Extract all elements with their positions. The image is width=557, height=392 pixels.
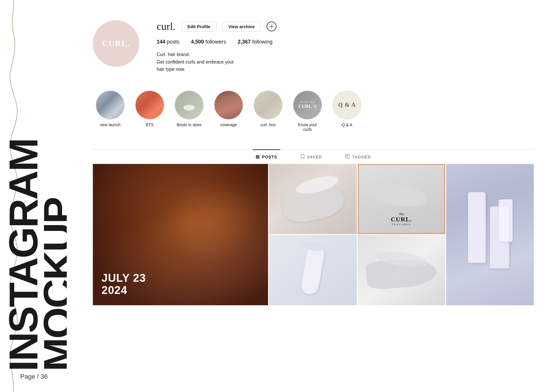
gear-svg: [269, 24, 274, 29]
highlight-bts[interactable]: BTS: [135, 91, 164, 132]
highlight-img-7: Q & A: [333, 91, 361, 119]
highlight-new-launch[interactable]: new launch: [96, 91, 125, 132]
profile-avatar: CURL.: [93, 20, 139, 67]
tab-posts[interactable]: ⊞ POSTS: [253, 149, 280, 164]
followers-label: followers: [205, 39, 226, 45]
following-count: 2,367: [238, 39, 251, 45]
tab-tagged-label: TAGGED: [352, 155, 371, 159]
highlight-label-3: Boots in store: [177, 122, 202, 127]
tab-saved-label: SAVED: [307, 155, 322, 159]
post-5[interactable]: [358, 235, 445, 305]
highlight-label-7: Q & A: [342, 122, 352, 127]
tab-saved[interactable]: SAVED: [298, 149, 325, 164]
stats-row: 144 posts 4,500 followers 2,367 followin…: [157, 39, 534, 45]
following-stat: 2,367 following: [238, 39, 272, 45]
tab-posts-label: POSTS: [262, 155, 277, 159]
post-4[interactable]: [269, 235, 357, 305]
highlight-img-5: [254, 91, 282, 119]
profile-header: curl. Edit Profile View archive: [157, 20, 534, 32]
profile-info: curl. Edit Profile View archive 144 post…: [157, 17, 534, 73]
svg-point-0: [271, 26, 272, 27]
highlight-label-2: BTS: [146, 122, 153, 127]
page-vertical-title: INSTAGRAM MOCKUP: [6, 6, 67, 371]
qa-text: Q & A: [338, 102, 356, 108]
posts-stat: 144 posts: [157, 39, 179, 45]
highlight-img-4: [214, 91, 243, 119]
main-content: CURL. curl. Edit Profile View archive 14…: [70, 0, 557, 392]
highlight-circle-2: [135, 91, 164, 120]
highlight-circle-1: [96, 91, 125, 120]
posts-label: posts: [167, 39, 179, 45]
highlight-circle-4: [214, 91, 243, 120]
vertical-title-container: INSTAGRAM MOCKUP: [17, 6, 64, 371]
following-label: following: [252, 39, 272, 45]
tabs-section: ⊞ POSTS SAVED TAGGED: [93, 149, 534, 164]
post-3[interactable]: Hey CURL. Textures: [358, 164, 445, 234]
settings-icon[interactable]: [267, 21, 276, 31]
posts-grid: JULY 232024 Hey CURL. Textures: [93, 164, 534, 306]
highlight-boots-in-store[interactable]: Boots in store: [175, 91, 204, 132]
highlight-qa[interactable]: Q & A Q & A: [332, 91, 361, 132]
tab-tagged[interactable]: TAGGED: [342, 149, 374, 164]
highlight-img-3: [175, 91, 203, 119]
highlight-circle-6: Bonne Tête CURL.'S: [293, 91, 322, 120]
left-panel: INSTAGRAM MOCKUP Page / 36: [0, 0, 67, 392]
bio-line-2: Get confident curls and embrace your: [157, 58, 534, 66]
view-archive-button[interactable]: View archive: [222, 21, 261, 32]
avatar-text: CURL.: [102, 39, 130, 48]
page-number: Page / 36: [20, 373, 48, 380]
tag-svg: [345, 154, 350, 159]
highlight-know-your-curls[interactable]: Bonne Tête CURL.'S Know your curls: [293, 91, 322, 132]
bio-line-3: hair type now.: [157, 66, 534, 73]
highlight-6-inner-text: Bonne Tête CURL.'S: [296, 98, 319, 111]
post-7[interactable]: [446, 164, 534, 305]
post-date-overlay: JULY 232024: [102, 272, 146, 297]
highlight-curl-box[interactable]: curl. box: [254, 91, 283, 132]
posts-count: 144: [157, 39, 165, 45]
highlight-img-6: Bonne Tête CURL.'S: [293, 91, 322, 119]
highlight-circle-7: Q & A: [332, 91, 361, 120]
followers-stat: 4,500 followers: [191, 39, 226, 45]
followers-count: 4,500: [191, 39, 204, 45]
bookmark-icon: [301, 154, 305, 160]
highlight-coverage[interactable]: coverage: [214, 91, 243, 132]
bio: Curl. hair brand. Get confident curls an…: [157, 51, 534, 73]
highlight-circle-5: [254, 91, 283, 120]
tabs-row: ⊞ POSTS SAVED TAGGED: [93, 149, 534, 164]
edit-profile-button[interactable]: Edit Profile: [181, 21, 216, 32]
highlight-img-2: [135, 91, 164, 119]
profile-username: curl.: [157, 20, 176, 32]
tag-icon: [345, 154, 350, 160]
hey-curl-overlay: Hey CURL. Textures: [391, 212, 412, 226]
grid-icon: ⊞: [256, 154, 260, 160]
post-2[interactable]: [269, 164, 357, 234]
profile-section: CURL. curl. Edit Profile View archive 14…: [93, 17, 534, 73]
highlight-img-1: [96, 91, 124, 119]
highlights-section: new launch BTS Boots in store coverage: [96, 85, 534, 138]
bookmark-svg: [301, 154, 305, 159]
bio-line-1: Curl. hair brand.: [157, 51, 534, 58]
post-1[interactable]: JULY 232024: [93, 164, 268, 305]
highlight-label-5: curl. box: [261, 122, 276, 127]
highlight-label-6: Know your curls: [294, 122, 321, 132]
highlight-label-4: coverage: [220, 122, 237, 127]
highlight-label-1: new launch: [100, 122, 121, 127]
highlight-circle-3: [175, 91, 204, 120]
